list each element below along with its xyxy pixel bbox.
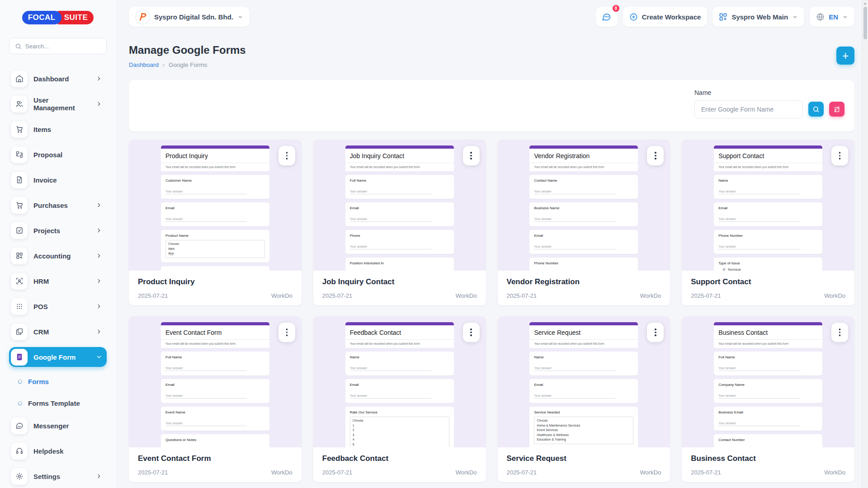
breadcrumb-separator: › — [163, 62, 165, 68]
preview-field: PhoneYour answer — [345, 230, 454, 254]
form-name-input[interactable] — [694, 100, 803, 118]
filter-name-label: Name — [694, 89, 803, 96]
cart-icon — [11, 197, 28, 214]
sidebar-item-settings[interactable]: Settings — [9, 466, 107, 486]
preview-field: Full NameYour answer — [345, 175, 454, 199]
scrollbar[interactable]: ▲ — [862, 0, 868, 488]
form-preview[interactable]: Product InquiryYour email will be record… — [129, 140, 302, 271]
mini-google-form: Event Contact FormYour email will be rec… — [161, 322, 269, 447]
preview-form-title: Job Inquiry Contact — [345, 149, 454, 163]
form-card-owner: WorkDo — [640, 469, 661, 476]
preview-field: EmailYour answer — [714, 202, 822, 226]
form-card-title: Business Contact — [691, 454, 845, 463]
preview-field: Business NameYour answer — [529, 202, 638, 226]
email-notice: Your email will be recorded when you sub… — [714, 163, 822, 171]
form-preview[interactable]: Vendor RegistrationYour email will be re… — [498, 140, 670, 271]
form-card-business-contact: Business ContactYour email will be recor… — [682, 316, 854, 482]
answer-placeholder: Your answer — [718, 422, 800, 426]
select-options: Choose12345 — [350, 417, 449, 447]
reset-filter-button[interactable] — [829, 102, 844, 117]
sidebar-item-google-form[interactable]: Google Form — [9, 347, 107, 367]
sidebar-item-proposal[interactable]: Proposal — [9, 145, 107, 164]
messenger-icon — [11, 418, 28, 434]
form-card-job-inquiry-contact: Job Inquiry ContactYour email will be re… — [313, 140, 486, 305]
form-preview[interactable]: Business ContactYour email will be recor… — [682, 316, 854, 447]
sidebar-item-dashboard[interactable]: Dashboard — [9, 69, 107, 89]
preview-form-title: Event Contact Form — [161, 325, 269, 340]
notification-badge: 0 — [612, 4, 620, 13]
sidebar-subitem-label: Forms — [28, 378, 49, 385]
sidebar-item-helpdesk[interactable]: Helpdesk — [9, 441, 107, 461]
card-menu-button[interactable] — [278, 146, 295, 165]
form-preview[interactable]: Job Inquiry ContactYour email will be re… — [313, 140, 486, 271]
sidebar-item-purchases[interactable]: Purchases — [9, 195, 107, 215]
mini-google-form: Support ContactYour email will be record… — [714, 145, 822, 271]
sidebar-item-label: CRM — [33, 328, 49, 336]
chevron-down-icon — [842, 14, 848, 20]
sidebar-item-items[interactable]: Items — [9, 119, 107, 139]
sidebar-item-accounting[interactable]: Accounting — [9, 246, 107, 266]
sidebar-item-hrm[interactable]: HRM — [9, 271, 107, 291]
scrollbar-thumb[interactable] — [863, 7, 867, 39]
language-code: EN — [829, 13, 838, 21]
form-theme-bar — [345, 145, 454, 149]
card-menu-button[interactable] — [647, 323, 664, 342]
sidebar-search-input[interactable] — [25, 43, 101, 50]
chevron-right-icon — [96, 101, 102, 107]
preview-form-title: Business Contact — [714, 325, 822, 340]
form-theme-bar — [345, 322, 454, 325]
card-menu-button[interactable] — [463, 146, 480, 165]
form-preview[interactable]: Support ContactYour email will be record… — [682, 140, 854, 271]
form-card-product-inquiry: Product InquiryYour email will be record… — [129, 140, 302, 305]
mini-google-form: Business ContactYour email will be recor… — [714, 322, 822, 447]
form-preview[interactable]: Feedback ContactYour email will be recor… — [313, 316, 486, 447]
sidebar-search[interactable] — [9, 38, 107, 54]
form-theme-bar — [714, 145, 822, 149]
messages-button[interactable]: 0 — [596, 7, 618, 27]
create-workspace-button[interactable]: Create Workspace — [623, 7, 708, 27]
sidebar-item-invoice[interactable]: Invoice — [9, 170, 107, 190]
card-menu-button[interactable] — [831, 323, 848, 342]
topbar: Syspro Digital Sdn. Bhd. 0 Create Worksp… — [129, 6, 854, 28]
answer-placeholder: Your answer — [534, 366, 615, 371]
scrollbar-up-arrow[interactable]: ▲ — [862, 0, 868, 6]
sidebar-item-crm[interactable]: CRM — [9, 322, 107, 342]
card-menu-button[interactable] — [278, 323, 295, 342]
filter-card: Name — [129, 80, 854, 131]
bullet-icon — [18, 400, 23, 406]
form-preview[interactable]: Event Contact FormYour email will be rec… — [129, 316, 302, 447]
form-card-date: 2025-07-21 — [691, 469, 721, 476]
sidebar-item-projects[interactable]: Projects — [9, 221, 107, 240]
cart-icon — [11, 121, 28, 138]
card-menu-button[interactable] — [463, 323, 480, 342]
sidebar-item-messenger[interactable]: Messenger — [9, 416, 107, 436]
card-menu-button[interactable] — [831, 146, 848, 165]
sidebar-item-pos[interactable]: POS — [9, 296, 107, 316]
form-card-title: Vendor Registration — [507, 277, 661, 286]
workspace-logo — [135, 9, 150, 24]
app-menu-selector[interactable]: Syspro Web Main — [712, 7, 804, 27]
card-menu-button[interactable] — [647, 146, 664, 165]
pos-icon — [11, 298, 28, 315]
form-preview[interactable]: Service RequestYour email will be record… — [498, 316, 670, 447]
form-card-date: 2025-07-21 — [691, 292, 721, 299]
create-workspace-label: Create Workspace — [642, 13, 701, 21]
sidebar-subitem-forms[interactable]: Forms — [9, 372, 107, 390]
sidebar-item-user-management[interactable]: User Management — [9, 94, 107, 114]
answer-placeholder: Your answer — [165, 217, 247, 222]
create-form-button[interactable]: + — [836, 47, 854, 65]
breadcrumb: Dashboard › Google Forms — [129, 61, 246, 68]
email-notice: Your email will be recorded when you sub… — [345, 163, 454, 171]
search-button[interactable] — [808, 102, 824, 117]
hrm-icon — [11, 273, 28, 290]
form-theme-bar — [161, 322, 269, 325]
app-logo: FOCAL SUITE — [9, 11, 107, 24]
breadcrumb-dashboard-link[interactable]: Dashboard — [129, 61, 159, 68]
workspace-selector[interactable]: Syspro Digital Sdn. Bhd. — [129, 7, 250, 27]
language-selector[interactable]: EN — [810, 7, 854, 27]
preview-field: Product NameChooseWebApp — [161, 230, 269, 263]
grid-plus-icon — [719, 13, 727, 21]
sidebar-subitem-forms-template[interactable]: Forms Template — [9, 394, 107, 412]
preview-field: Additional QuestionsYour answer — [161, 266, 269, 271]
form-theme-bar — [529, 145, 638, 149]
